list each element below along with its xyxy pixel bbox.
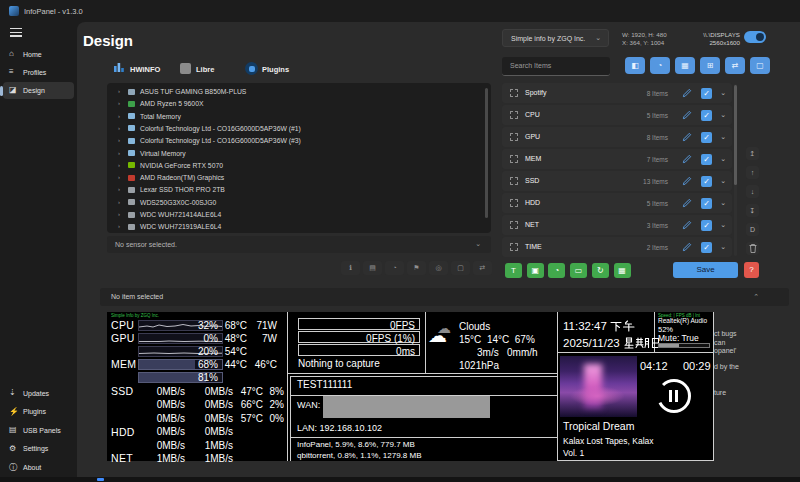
tree-row[interactable]: › Virtual Memory bbox=[107, 148, 491, 160]
tree-row[interactable]: › ASUS TUF GAMING B850M-PLUS bbox=[107, 86, 491, 98]
tree-row[interactable]: › WDC WUH721919ALE6L4 bbox=[107, 221, 491, 233]
chevron-down-icon[interactable]: ⌄ bbox=[720, 177, 726, 185]
edit-icon[interactable] bbox=[682, 132, 692, 142]
edit-icon[interactable] bbox=[682, 88, 692, 98]
item-group-row[interactable]: Spotify 8 Items ✓ ⌄ bbox=[502, 83, 732, 103]
items-tool-button[interactable]: ◔ bbox=[650, 57, 670, 74]
visible-checkbox[interactable]: ✓ bbox=[701, 176, 712, 187]
expand-chevron-icon[interactable]: › bbox=[118, 137, 120, 143]
chevron-down-icon[interactable]: ⌄ bbox=[720, 199, 726, 207]
items-tool-button[interactable]: ◧ bbox=[625, 57, 645, 74]
expand-chevron-icon[interactable]: › bbox=[118, 88, 120, 94]
expand-chevron-icon[interactable]: › bbox=[118, 113, 120, 119]
drag-handle-icon[interactable] bbox=[510, 111, 518, 119]
profile-dropdown[interactable]: Simple info by ZGQ Inc. ⌄ bbox=[502, 29, 609, 47]
visible-checkbox[interactable]: ✓ bbox=[701, 110, 712, 121]
item-group-row[interactable]: HDD 5 Items ✓ ⌄ bbox=[502, 193, 732, 213]
sensor-tool-button[interactable]: ℹ bbox=[341, 261, 360, 275]
drag-handle-icon[interactable] bbox=[510, 155, 518, 163]
items-tool-button[interactable]: ▦ bbox=[675, 57, 695, 74]
expand-chevron-icon[interactable]: › bbox=[118, 211, 120, 217]
drag-handle-icon[interactable] bbox=[510, 177, 518, 185]
visible-checkbox[interactable]: ✓ bbox=[701, 198, 712, 209]
sensor-tool-button[interactable]: ▢ bbox=[451, 261, 470, 275]
add-item-button[interactable]: T bbox=[505, 263, 522, 278]
item-group-row[interactable]: GPU 8 Items ✓ ⌄ bbox=[502, 127, 732, 147]
expand-chevron-icon[interactable]: › bbox=[118, 186, 120, 192]
sidebar-item[interactable]: ⇣ Updates bbox=[3, 385, 74, 402]
tree-row[interactable]: › NVIDIA GeForce RTX 5070 bbox=[107, 160, 491, 172]
sensor-tool-button[interactable]: ◔ bbox=[385, 261, 404, 275]
tree-row[interactable]: › WDC WUH721414ALE6L4 bbox=[107, 209, 491, 221]
tree-row[interactable]: › Total Memory bbox=[107, 111, 491, 123]
selection-status-bar[interactable]: No item selected ⌃ bbox=[100, 288, 789, 306]
visible-checkbox[interactable]: ✓ bbox=[701, 242, 712, 253]
expand-chevron-icon[interactable]: › bbox=[118, 150, 120, 156]
tree-row[interactable]: › Colorful Technology Ltd - CO16G6000D5A… bbox=[107, 135, 491, 147]
expand-chevron-icon[interactable]: › bbox=[118, 223, 120, 229]
edit-icon[interactable] bbox=[682, 242, 692, 252]
tree-row[interactable]: › Colorful Technology Ltd - CO16G6000D5A… bbox=[107, 123, 491, 135]
expand-chevron-icon[interactable]: › bbox=[118, 125, 120, 131]
sensor-tool-button[interactable]: ◎ bbox=[429, 261, 448, 275]
chevron-down-icon[interactable]: ⌄ bbox=[720, 243, 726, 251]
drag-handle-icon[interactable] bbox=[510, 133, 518, 141]
expand-chevron-icon[interactable]: › bbox=[118, 100, 120, 106]
edit-icon[interactable] bbox=[682, 154, 692, 164]
drag-handle-icon[interactable] bbox=[510, 89, 518, 97]
tab-hwinfo[interactable]: HWiNFO bbox=[113, 61, 125, 77]
sidebar-item[interactable]: ⚙ Settings bbox=[3, 441, 74, 458]
display-toggle[interactable] bbox=[744, 31, 766, 43]
tree-row[interactable]: › AMD Radeon(TM) Graphics bbox=[107, 172, 491, 184]
sensor-tool-button[interactable]: ⚑ bbox=[407, 261, 426, 275]
sidebar-item[interactable]: ⓘ About bbox=[3, 459, 74, 476]
edit-icon[interactable] bbox=[682, 198, 692, 208]
visible-checkbox[interactable]: ✓ bbox=[701, 132, 712, 143]
edit-icon[interactable] bbox=[682, 220, 692, 230]
help-button[interactable]: ? bbox=[744, 262, 759, 278]
add-item-button[interactable]: ↻ bbox=[592, 263, 609, 278]
order-button[interactable]: ↓ bbox=[746, 185, 759, 198]
sidebar-item[interactable]: ◪ Design bbox=[3, 82, 74, 99]
item-group-row[interactable]: SSD 13 Items ✓ ⌄ bbox=[502, 171, 732, 191]
drag-handle-icon[interactable] bbox=[510, 243, 518, 251]
menu-icon[interactable] bbox=[10, 28, 22, 37]
items-tool-button[interactable]: ⇄ bbox=[725, 57, 745, 74]
tree-row[interactable]: › WDS250G3X0C-00SJG0 bbox=[107, 197, 491, 209]
visible-checkbox[interactable]: ✓ bbox=[701, 88, 712, 99]
item-group-row[interactable]: CPU 5 Items ✓ ⌄ bbox=[502, 105, 732, 125]
tree-row[interactable]: › Lexar SSD THOR PRO 2TB bbox=[107, 184, 491, 196]
item-group-row[interactable]: TIME 2 Items ✓ ⌄ bbox=[502, 237, 732, 257]
item-group-row[interactable]: MEM 7 Items ✓ ⌄ bbox=[502, 149, 732, 169]
item-group-row[interactable]: NET 3 Items ✓ ⌄ bbox=[502, 215, 732, 235]
order-button[interactable]: ↥ bbox=[746, 147, 759, 160]
drag-handle-icon[interactable] bbox=[510, 221, 518, 229]
edit-icon[interactable] bbox=[682, 110, 692, 120]
chevron-down-icon[interactable]: ⌄ bbox=[720, 155, 726, 163]
items-tool-button[interactable]: ⊞ bbox=[700, 57, 720, 74]
delete-button[interactable] bbox=[746, 242, 759, 255]
tree-row[interactable]: › AMD Ryzen 5 9600X bbox=[107, 98, 491, 110]
chevron-up-icon[interactable]: ⌃ bbox=[753, 293, 759, 301]
chevron-down-icon[interactable]: ⌄ bbox=[720, 89, 726, 97]
save-button[interactable]: Save bbox=[673, 262, 738, 278]
list-scrollbar[interactable] bbox=[734, 85, 737, 185]
panel-preview[interactable]: Simple Info by ZGQ Inc. CPU 32% 68°C 71W… bbox=[107, 312, 714, 461]
search-input[interactable]: Search Items bbox=[502, 57, 610, 76]
chevron-down-icon[interactable]: ⌄ bbox=[720, 111, 726, 119]
sensor-tool-button[interactable]: ⇄ bbox=[473, 261, 492, 275]
expand-chevron-icon[interactable]: › bbox=[118, 174, 120, 180]
add-item-button[interactable]: ▦ bbox=[614, 263, 631, 278]
items-tool-button[interactable]: ▢ bbox=[750, 57, 770, 74]
sidebar-item[interactable]: ⌂ Home bbox=[3, 46, 74, 63]
sidebar-item[interactable]: ▤ USB Panels bbox=[3, 422, 74, 439]
sensor-tool-button[interactable]: ▤ bbox=[363, 261, 382, 275]
sensor-select-dropdown[interactable]: No sensor selected. ⌄ bbox=[107, 236, 491, 253]
sidebar-item[interactable]: ≡ Profiles bbox=[3, 64, 74, 81]
expand-chevron-icon[interactable]: › bbox=[118, 199, 120, 205]
chevron-down-icon[interactable]: ⌄ bbox=[720, 221, 726, 229]
add-item-button[interactable]: ▣ bbox=[527, 263, 544, 278]
drag-handle-icon[interactable] bbox=[510, 199, 518, 207]
visible-checkbox[interactable]: ✓ bbox=[701, 220, 712, 231]
order-button[interactable]: D bbox=[746, 223, 759, 236]
